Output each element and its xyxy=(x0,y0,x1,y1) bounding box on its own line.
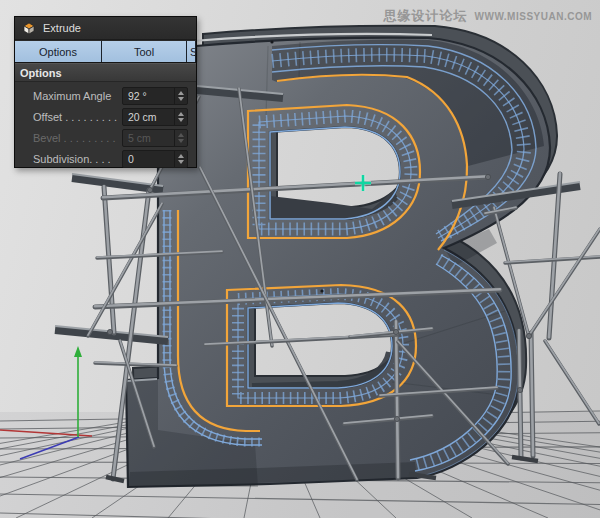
scaffold-joint xyxy=(107,329,112,334)
subdivision-input[interactable]: 0 xyxy=(122,150,188,168)
scaffold-pole xyxy=(529,228,600,336)
scaffold-joint xyxy=(517,387,522,392)
bevel-stepper xyxy=(174,130,187,146)
field-row-offset: Offset . . . . . . . . . 20 cm xyxy=(15,106,196,127)
extrude-cube-icon xyxy=(22,21,36,35)
scaffold-joint xyxy=(394,416,399,421)
offset-stepper[interactable] xyxy=(174,109,187,125)
scaffold-joint xyxy=(393,329,398,334)
scaffold-pole xyxy=(531,332,533,456)
panel-title: Extrude xyxy=(43,22,81,34)
field-label: Maximum Angle xyxy=(33,90,111,102)
field-row-maximum-angle: Maximum Angle 92 ° xyxy=(15,85,196,106)
watermark: 思缘设计论坛 WWW.MISSYUAN.COM xyxy=(384,7,592,25)
scaffold-pole xyxy=(104,186,114,333)
watermark-cn: 思缘设计论坛 xyxy=(384,7,468,25)
panel-fields: Maximum Angle 92 ° Offset . . . . . . . … xyxy=(15,82,196,169)
subdivision-stepper[interactable] xyxy=(174,151,187,167)
panel-tabs: Options Tool Sn xyxy=(15,40,196,63)
scaffold-pole xyxy=(549,173,560,338)
scaffold-joint xyxy=(147,187,152,192)
scaffold-joint xyxy=(485,174,490,179)
field-label: Subdivision. . . . xyxy=(33,153,111,165)
snap-cursor xyxy=(355,175,371,191)
options-section-header[interactable]: Options xyxy=(15,63,196,82)
scaffold-pole xyxy=(396,321,398,478)
scaffold-pole xyxy=(88,203,162,336)
maximum-angle-stepper[interactable] xyxy=(174,88,187,104)
field-row-subdivision: Subdivision. . . . 0 xyxy=(15,148,196,169)
maximum-angle-input[interactable]: 92 ° xyxy=(122,87,188,105)
watermark-en: WWW.MISSYUAN.COM xyxy=(475,11,592,22)
field-label: Bevel . . . . . . . . . xyxy=(33,132,116,144)
field-label: Offset . . . . . . . . . xyxy=(33,111,117,123)
scaffold-joint xyxy=(526,333,531,338)
viewport[interactable]: Extrude Options Tool Sn Options Maximum … xyxy=(0,0,600,518)
field-row-bevel: Bevel . . . . . . . . . 5 cm xyxy=(15,127,196,148)
scaffold-pole xyxy=(519,330,521,458)
extrude-attributes-panel[interactable]: Extrude Options Tool Sn Options Maximum … xyxy=(14,16,197,168)
tab-snapping[interactable]: Sn xyxy=(187,41,196,62)
tab-options[interactable]: Options xyxy=(15,41,102,62)
panel-title-bar[interactable]: Extrude xyxy=(15,17,196,40)
bevel-input: 5 cm xyxy=(122,129,188,147)
y-axis-arrowhead xyxy=(74,346,82,357)
offset-input[interactable]: 20 cm xyxy=(122,108,188,126)
tab-tool[interactable]: Tool xyxy=(102,41,187,62)
